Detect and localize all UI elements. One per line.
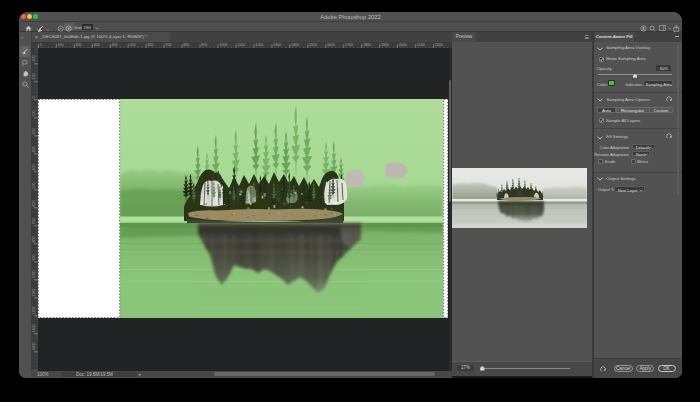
svg-text:1000: 1000 xyxy=(32,270,36,278)
svg-text:600: 600 xyxy=(147,43,153,47)
svg-text:500: 500 xyxy=(32,182,36,188)
svg-text:2000: 2000 xyxy=(399,43,407,47)
svg-text:900: 900 xyxy=(201,43,207,47)
svg-text:200: 200 xyxy=(76,43,82,47)
svg-text:300: 300 xyxy=(94,43,100,47)
svg-text:100: 100 xyxy=(58,43,64,47)
svg-text:2200: 2200 xyxy=(435,43,443,47)
svg-text:700: 700 xyxy=(32,218,36,224)
svg-text:800: 800 xyxy=(32,236,36,242)
svg-text:1800: 1800 xyxy=(363,43,371,47)
svg-text:1700: 1700 xyxy=(345,43,353,47)
svg-text:0: 0 xyxy=(32,96,36,98)
svg-text:1300: 1300 xyxy=(273,43,281,47)
svg-text:1600: 1600 xyxy=(327,43,335,47)
svg-text:200: 200 xyxy=(32,128,36,134)
svg-text:1200: 1200 xyxy=(32,306,36,314)
svg-text:700: 700 xyxy=(165,43,171,47)
svg-text:1300: 1300 xyxy=(32,324,36,332)
svg-text:500: 500 xyxy=(129,43,135,47)
svg-text:100: 100 xyxy=(32,110,36,116)
svg-text:400: 400 xyxy=(32,164,36,170)
svg-text:400: 400 xyxy=(111,43,117,47)
svg-text:-200: -200 xyxy=(32,55,36,62)
svg-text:1500: 1500 xyxy=(309,43,317,47)
svg-text:800: 800 xyxy=(183,43,189,47)
svg-text:0: 0 xyxy=(40,43,42,47)
svg-text:1100: 1100 xyxy=(237,43,245,47)
svg-text:2100: 2100 xyxy=(417,43,425,47)
svg-text:1900: 1900 xyxy=(381,43,389,47)
svg-text:600: 600 xyxy=(32,200,36,206)
svg-text:1100: 1100 xyxy=(32,289,36,297)
svg-text:900: 900 xyxy=(32,254,36,260)
svg-text:1400: 1400 xyxy=(32,342,36,350)
svg-text:-100: -100 xyxy=(32,73,36,80)
svg-text:1000: 1000 xyxy=(219,43,227,47)
svg-text:1200: 1200 xyxy=(255,43,263,47)
svg-text:1400: 1400 xyxy=(291,43,299,47)
svg-text:300: 300 xyxy=(32,146,36,152)
